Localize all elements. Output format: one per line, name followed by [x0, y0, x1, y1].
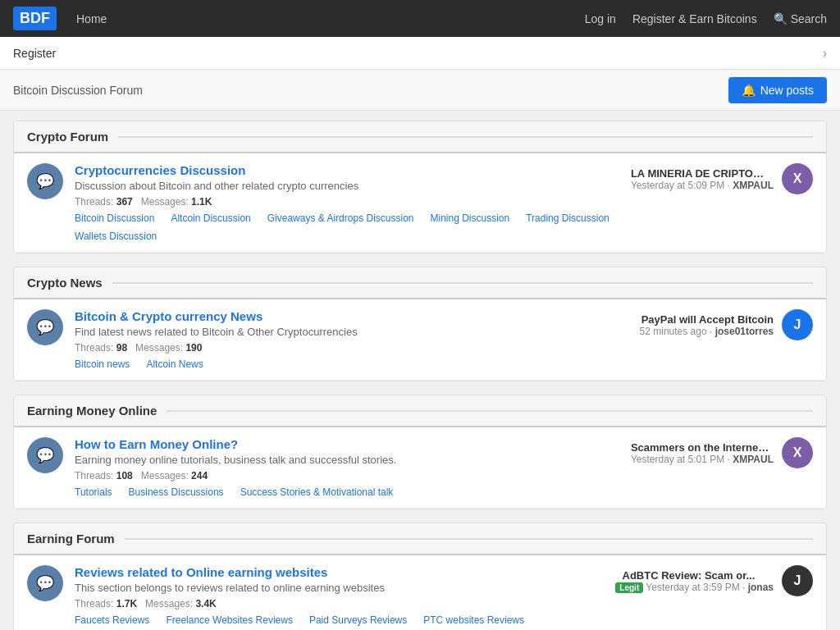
forum-title[interactable]: Cryptocurrencies Discussion	[75, 163, 631, 177]
site-logo[interactable]: BDF	[13, 7, 57, 30]
forum-description: Find latest news related to Bitcoin & Ot…	[75, 326, 632, 338]
section-header: Crypto News	[14, 267, 826, 299]
forum-description: This section belongs to reviews related …	[75, 582, 615, 594]
page-header: Bitcoin Discussion Forum 🔔 New posts	[0, 70, 840, 111]
forum-stats: Threads: 108 Messages: 244	[75, 470, 631, 482]
latest-username[interactable]: jonas	[748, 582, 774, 593]
nav-right: Log in Register & Earn Bitcoins 🔍 Search	[585, 12, 827, 25]
latest-post-meta: 52 minutes ago · jose01torres	[640, 326, 774, 337]
forum-section-crypto-forum: Crypto Forum💬Cryptocurrencies Discussion…	[13, 121, 827, 253]
latest-post-meta: Yesterday at 5:01 PM · XMPAUL	[631, 454, 774, 465]
avatar[interactable]: X	[782, 163, 813, 194]
forum-stats: Threads: 1.7K Messages: 3.4K	[75, 598, 615, 609]
forum-info: Cryptocurrencies DiscussionDiscussion ab…	[75, 163, 631, 242]
forum-sublinks: Bitcoin newsAltcoin News	[75, 358, 632, 370]
sublink[interactable]: Bitcoin Discussion	[75, 212, 154, 224]
sublink[interactable]: PTC websites Reviews	[423, 614, 524, 626]
forum-sublinks: Faucets ReviewsFreelance Websites Review…	[75, 614, 615, 630]
sublink[interactable]: Giveaways & Airdrops Discussion	[267, 212, 414, 224]
avatar[interactable]: X	[782, 437, 813, 468]
main-content: Crypto Forum💬Cryptocurrencies Discussion…	[0, 111, 840, 630]
latest-info: Scammers on the Internet: w...Yesterday …	[631, 441, 774, 465]
forum-info: Bitcoin & Crypto currency NewsFind lates…	[75, 309, 632, 370]
sublink[interactable]: Mining Discussion	[430, 212, 509, 224]
latest-username[interactable]: XMPAUL	[733, 454, 774, 465]
latest-post-title[interactable]: Scammers on the Internet: w...	[631, 441, 770, 454]
top-navigation: BDF Home Log in Register & Earn Bitcoins…	[0, 0, 840, 37]
forum-sublinks: Bitcoin DiscussionAltcoin DiscussionGive…	[75, 212, 631, 242]
forum-info: Reviews related to Online earning websit…	[75, 565, 615, 630]
latest-username[interactable]: jose01torres	[715, 326, 774, 337]
sublink[interactable]: Business Discussions	[129, 486, 224, 498]
forum-icon: 💬	[27, 309, 63, 345]
forum-latest: Scammers on the Internet: w...Yesterday …	[631, 437, 813, 468]
legit-badge: Legit	[615, 582, 643, 593]
forum-row: 💬Reviews related to Online earning websi…	[14, 555, 826, 630]
section-header: Earning Money Online	[14, 395, 826, 427]
forum-section-crypto-news: Crypto News💬Bitcoin & Crypto currency Ne…	[13, 267, 827, 381]
forum-title[interactable]: Bitcoin & Crypto currency News	[75, 309, 632, 323]
chevron-right-icon: ›	[823, 46, 827, 61]
forum-icon: 💬	[27, 437, 63, 473]
forum-latest: PayPal will Accept Bitcoin52 minutes ago…	[632, 309, 813, 340]
nav-links: Home	[76, 12, 585, 25]
avatar[interactable]: J	[782, 309, 813, 340]
forum-description: Discussion about Bitcoin and other relat…	[75, 180, 631, 192]
forum-row: 💬How to Earn Money Online?Earning money …	[14, 427, 826, 509]
avatar[interactable]: J	[782, 565, 813, 596]
latest-post-title[interactable]: PayPal will Accept Bitcoin	[640, 313, 774, 326]
sublink[interactable]: Tutorials	[75, 486, 112, 498]
forum-stats: Threads: 367 Messages: 1.1K	[75, 196, 631, 208]
sublink[interactable]: Trading Discussion	[526, 212, 609, 224]
sublink[interactable]: Bitcoin news	[75, 358, 130, 370]
home-link[interactable]: Home	[76, 12, 107, 25]
forum-icon: 💬	[27, 163, 63, 199]
forum-sublinks: TutorialsBusiness DiscussionsSuccess Sto…	[75, 486, 631, 498]
forum-stats: Threads: 98 Messages: 190	[75, 342, 632, 354]
latest-post-meta: Legit Yesterday at 3:59 PM · jonas	[615, 582, 774, 593]
sublink[interactable]: Freelance Websites Reviews	[166, 614, 293, 626]
forum-title[interactable]: How to Earn Money Online?	[75, 437, 631, 451]
latest-post-title[interactable]: AdBTC Review: Scam or...	[615, 569, 755, 582]
latest-info: PayPal will Accept Bitcoin52 minutes ago…	[640, 313, 774, 337]
forum-row: 💬Cryptocurrencies DiscussionDiscussion a…	[14, 153, 826, 253]
forum-description: Earning money online tutorials, business…	[75, 454, 631, 466]
forum-latest: LA MINERIA DE CRIPTOMONEDA...Yesterday a…	[631, 163, 813, 194]
sublink[interactable]: Success Stories & Motivational talk	[240, 486, 394, 498]
forum-latest: AdBTC Review: Scam or...Legit Yesterday …	[615, 565, 813, 596]
sublink[interactable]: Altcoin News	[146, 358, 203, 370]
search-button[interactable]: 🔍 Search	[774, 12, 827, 25]
forum-section-earning-forum: Earning Forum💬Reviews related to Online …	[13, 523, 827, 630]
section-header: Earning Forum	[14, 523, 826, 555]
forum-title[interactable]: Reviews related to Online earning websit…	[75, 565, 615, 579]
section-header: Crypto Forum	[14, 121, 826, 153]
login-link[interactable]: Log in	[585, 12, 616, 25]
latest-info: LA MINERIA DE CRIPTOMONEDA...Yesterday a…	[631, 167, 774, 191]
latest-post-meta: Yesterday at 5:09 PM · XMPAUL	[631, 180, 774, 191]
latest-username[interactable]: XMPAUL	[733, 180, 774, 191]
forum-icon: 💬	[27, 565, 63, 601]
latest-info: AdBTC Review: Scam or...Legit Yesterday …	[615, 569, 774, 593]
forum-info: How to Earn Money Online?Earning money o…	[75, 437, 631, 498]
sublink[interactable]: Paid Surveys Reviews	[309, 614, 407, 626]
forum-row: 💬Bitcoin & Crypto currency NewsFind late…	[14, 299, 826, 381]
register-earn-link[interactable]: Register & Earn Bitcoins	[632, 12, 757, 25]
forum-section-earning-money: Earning Money Online💬How to Earn Money O…	[13, 395, 827, 509]
search-icon: 🔍	[774, 12, 788, 25]
new-posts-button[interactable]: 🔔 New posts	[728, 77, 827, 103]
sublink[interactable]: Altcoin Discussion	[171, 212, 250, 224]
latest-post-title[interactable]: LA MINERIA DE CRIPTOMONEDA...	[631, 167, 770, 180]
register-link[interactable]: Register	[13, 47, 56, 60]
sublink[interactable]: Faucets Reviews	[75, 614, 149, 626]
breadcrumb: Bitcoin Discussion Forum	[13, 84, 728, 97]
new-posts-icon: 🔔	[742, 84, 756, 97]
sublink[interactable]: Wallets Discussion	[75, 231, 157, 242]
register-bar: Register ›	[0, 37, 840, 70]
